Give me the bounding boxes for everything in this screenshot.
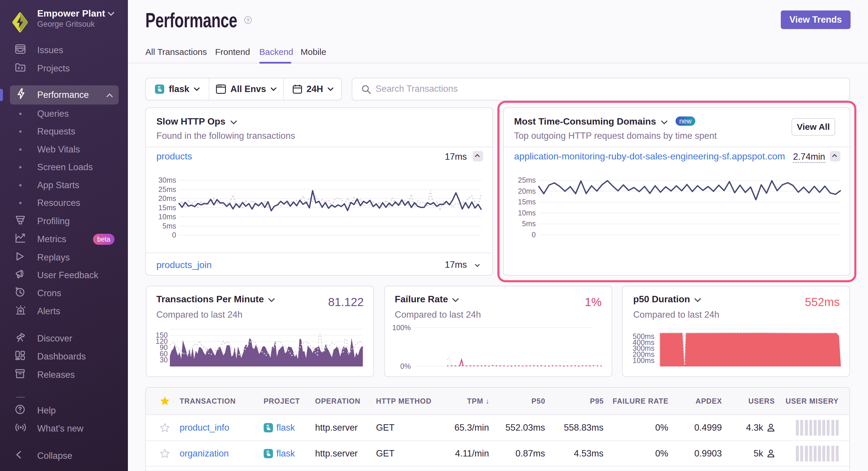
svg-text:0: 0: [172, 231, 176, 239]
svg-text:30ms: 30ms: [158, 176, 176, 184]
svg-text:10ms: 10ms: [518, 209, 535, 217]
svg-text:30: 30: [160, 356, 168, 364]
svg-text:25ms: 25ms: [158, 185, 176, 193]
svg-text:5ms: 5ms: [522, 220, 535, 228]
svg-text:5ms: 5ms: [162, 222, 176, 230]
svg-text:15ms: 15ms: [518, 198, 535, 206]
svg-text:100%: 100%: [392, 324, 411, 332]
svg-text:25ms: 25ms: [518, 176, 535, 184]
svg-text:0: 0: [532, 231, 536, 239]
svg-text:0%: 0%: [400, 362, 411, 370]
svg-text:15ms: 15ms: [158, 204, 176, 212]
svg-text:20ms: 20ms: [158, 194, 176, 202]
svg-text:20ms: 20ms: [518, 187, 535, 195]
svg-text:10ms: 10ms: [158, 212, 176, 221]
